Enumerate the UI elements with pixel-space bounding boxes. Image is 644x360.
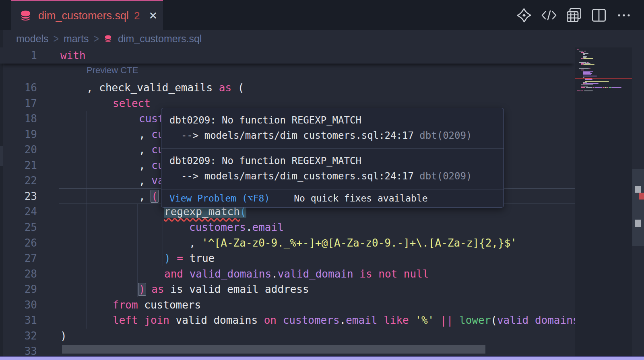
minimap-line — [585, 79, 592, 80]
code-line[interactable]: with — [60, 47, 86, 64]
editor-actions-toolbar — [516, 0, 632, 30]
line-number: 1 — [0, 47, 37, 64]
sticky-scroll-line[interactable]: 1 with — [0, 47, 575, 64]
line-number: 23 — [0, 189, 37, 204]
line-number: 32 — [0, 328, 37, 344]
overview-ruler-error-mark — [639, 193, 644, 200]
indent-guide — [112, 111, 112, 297]
minimap-line — [583, 72, 590, 73]
line-number: 24 — [0, 204, 37, 220]
code-line-27[interactable]: ) = true — [164, 251, 215, 266]
line-number: 26 — [0, 235, 37, 251]
minimap-line — [583, 74, 591, 75]
minimap-line — [583, 77, 584, 78]
editor-code-area[interactable]: 161718192021222324252627282930313233 , c… — [0, 47, 575, 360]
minimap-line — [607, 87, 608, 88]
line-number: 28 — [0, 266, 37, 282]
minimap-line — [585, 83, 599, 84]
minimap-line — [579, 51, 583, 51]
line-number: 22 — [0, 173, 37, 189]
problem-source-code: dbt(0209) — [419, 130, 472, 141]
minimap-line — [584, 63, 590, 64]
database-icon — [19, 10, 32, 22]
minimap-line — [583, 86, 588, 86]
code-line-16[interactable]: , check_valid_emails as ( — [87, 80, 244, 96]
code-line-21[interactable]: , cu — [139, 158, 164, 173]
minimap-line — [579, 68, 589, 69]
indent-guide — [163, 220, 163, 266]
minimap-line — [583, 58, 593, 59]
hover-actions-row: View Problem (⌥F8) No quick fixes availa… — [161, 189, 504, 207]
minimap-line — [577, 91, 580, 91]
window-bottom-border — [0, 356, 644, 360]
minimap-error-line — [585, 78, 592, 79]
minimap-line — [589, 68, 590, 69]
problem-message: dbt0209: No function REGEXP_MATCH --> mo… — [161, 108, 504, 148]
code-line-18[interactable]: cust — [139, 111, 164, 127]
minimap-line — [609, 87, 612, 88]
code-line-23[interactable]: , ( — [139, 189, 158, 204]
minimap[interactable] — [575, 47, 632, 360]
minimap-line — [583, 71, 593, 72]
code-line-29[interactable]: ) as is_valid_email_address — [139, 282, 309, 297]
open-code-icon[interactable] — [541, 7, 557, 23]
minimap-line — [588, 62, 589, 63]
close-icon[interactable]: ✕ — [149, 10, 158, 22]
line-number: 18 — [0, 111, 37, 127]
minimap-line — [581, 91, 583, 91]
tab-dim-customers-sql[interactable]: dim_customers.sql 2 ✕ — [11, 0, 163, 30]
split-editor-icon[interactable] — [591, 7, 607, 23]
minimap-line — [591, 68, 591, 69]
vertical-scrollbar[interactable] — [632, 47, 644, 360]
line-number: 21 — [0, 158, 37, 173]
tab-problems-badge: 2 — [134, 10, 140, 22]
line-number: 31 — [0, 313, 37, 328]
minimap-line — [583, 53, 588, 54]
code-line-22[interactable]: , va — [139, 173, 164, 189]
minimap-line — [583, 54, 585, 55]
problem-source-code: dbt(0209) — [419, 171, 472, 182]
minimap-line — [593, 87, 594, 88]
line-number: 33 — [0, 344, 37, 359]
horizontal-scrollbar-slider[interactable] — [62, 345, 485, 354]
matched-bracket: ( — [151, 190, 159, 203]
code-line-17[interactable]: select — [113, 96, 151, 111]
minimap-line — [581, 70, 584, 70]
minimap-line — [605, 87, 607, 88]
codelens-preview-cte[interactable]: Preview CTE — [87, 65, 138, 76]
code-line-25[interactable]: customers.email — [189, 220, 284, 235]
minimap-line — [586, 87, 592, 88]
minimap-line — [584, 51, 585, 51]
code-line-26[interactable]: , '^[A-Za-z0-9._%+-]+@[A-Za-z0-9.-]+\.[A… — [189, 235, 517, 251]
code-line-19[interactable]: , cu — [139, 127, 164, 142]
minimap-line — [583, 56, 587, 57]
minimap-line — [577, 49, 579, 50]
minimap-line — [581, 63, 584, 64]
minimap-line — [580, 91, 581, 91]
vertical-scrollbar-slider[interactable] — [632, 169, 644, 246]
minimap-line — [581, 87, 585, 88]
code-line-20[interactable]: , cu — [139, 142, 164, 158]
minimap-line — [583, 73, 592, 74]
minimap-line — [587, 62, 588, 63]
dbt-icon[interactable] — [516, 7, 532, 23]
code-line-31[interactable]: left join valid_domains on customers.ema… — [113, 313, 575, 328]
minimap-line — [603, 87, 605, 88]
tab-title: dim_customers.sql — [38, 10, 129, 22]
line-number: 16 — [0, 80, 37, 96]
query-preview-icon[interactable] — [566, 7, 582, 23]
breadcrumb-item-marts[interactable]: marts — [64, 33, 89, 45]
more-actions-icon[interactable] — [616, 7, 632, 23]
code-line-32[interactable]: ) — [60, 328, 67, 344]
database-icon — [104, 35, 112, 43]
minimap-error-line — [575, 78, 632, 79]
code-line-28[interactable]: and valid_domains.valid_domain is not nu… — [164, 266, 429, 282]
minimap-line — [581, 52, 584, 53]
problem-message: dbt0209: No function REGEXP_MATCH --> mo… — [161, 148, 504, 189]
vscode-window: dim_customers.sql 2 ✕ — [0, 0, 644, 360]
code-line-30[interactable]: from customers — [113, 297, 201, 313]
view-problem-link[interactable]: View Problem (⌥F8) — [169, 193, 270, 204]
line-number: 29 — [0, 282, 37, 297]
breadcrumb-item-models[interactable]: models — [16, 33, 49, 45]
breadcrumb-item-file[interactable]: dim_customers.sql — [118, 33, 202, 45]
